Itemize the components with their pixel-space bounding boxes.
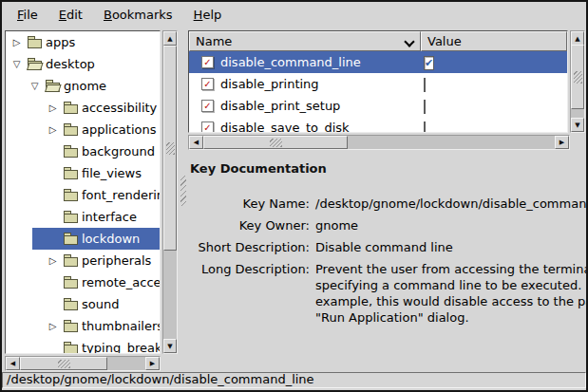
expander-collapsed-icon[interactable]: ▷ <box>46 97 60 119</box>
folder-closed-icon <box>64 126 78 136</box>
status-path: /desktop/gnome/lockdown/disable_command_… <box>7 372 314 386</box>
key-row-disable-save-to-disk[interactable]: disable_save_to_disk <box>189 117 567 133</box>
expander-collapsed-icon[interactable]: ▷ <box>46 119 60 140</box>
tree-item-gnome[interactable]: ▽ gnome <box>6 75 160 97</box>
column-header-value[interactable]: Value <box>421 31 567 51</box>
arrow-left-icon: ◀ <box>194 139 199 146</box>
key-document-check-icon <box>201 56 214 68</box>
field-label-short-description: Short Description: <box>190 239 310 255</box>
tree-item-sound[interactable]: sound <box>6 293 160 315</box>
pane-grip-icon[interactable] <box>180 176 186 206</box>
arrow-up-icon: ▲ <box>575 35 579 43</box>
scroll-left-button[interactable]: ◀ <box>189 136 203 149</box>
key-row-disable-printing[interactable]: disable_printing <box>189 73 567 95</box>
scrollbar-thumb[interactable] <box>571 45 584 109</box>
menu-bookmarks[interactable]: Bookmarks <box>93 5 183 25</box>
arrow-right-icon: ▶ <box>150 360 155 367</box>
scroll-up-button[interactable]: ▲ <box>163 31 177 46</box>
gconf-editor-window: File Edit Bookmarks Help ▷ apps ▽ deskto… <box>0 0 588 392</box>
field-value-key-owner: gnome <box>315 217 588 233</box>
arrow-up-icon: ▲ <box>167 35 172 43</box>
key-row-disable-command-line-selected[interactable]: disable_command_line ✔ <box>189 51 567 73</box>
folder-closed-icon <box>64 104 78 114</box>
menu-edit[interactable]: Edit <box>48 5 93 25</box>
value-checkbox-unchecked[interactable] <box>424 78 426 92</box>
scroll-down-button[interactable]: ▼ <box>571 118 584 132</box>
tree-item-remote-access[interactable]: remote_access <box>6 271 160 293</box>
field-value-key-name: /desktop/gnome/lockdown/disable_command_… <box>315 196 588 212</box>
tree-item-applications[interactable]: ▷ applications <box>6 119 160 140</box>
expander-collapsed-icon[interactable]: ▷ <box>46 315 60 337</box>
tree-item-apps[interactable]: ▷ apps <box>6 31 160 53</box>
tree-item-label: typing_break <box>82 341 161 354</box>
value-checkbox-checked[interactable]: ✔ <box>424 56 434 70</box>
tree-item-font-rendering[interactable]: font_rendering <box>6 184 160 206</box>
arrow-left-icon: ◀ <box>10 360 15 367</box>
tree-item-label: remote_access <box>82 275 161 289</box>
folder-closed-icon <box>64 235 78 245</box>
folder-closed-icon <box>64 301 78 310</box>
scrollbar-thumb[interactable] <box>203 136 348 149</box>
grip-icon <box>166 142 175 155</box>
tree-item-file-views[interactable]: file_views <box>6 162 160 184</box>
value-checkbox-unchecked[interactable] <box>424 100 426 114</box>
tree-item-interface[interactable]: interface <box>6 206 160 228</box>
folder-closed-icon <box>64 214 78 223</box>
tree-item-lockdown-selected[interactable]: lockdown <box>6 228 160 250</box>
sort-chevron-down-icon <box>405 37 414 47</box>
tree-pane: ▷ apps ▽ desktop ▽ gnome ▷ accessibility… <box>5 28 179 371</box>
key-document-check-icon <box>201 100 214 112</box>
tree-item-thumbnailers[interactable]: ▷ thumbnailers <box>6 315 160 337</box>
value-checkbox-unchecked[interactable] <box>424 121 426 133</box>
folder-closed-icon <box>64 345 78 354</box>
scrollbar-thumb[interactable] <box>163 46 177 251</box>
scroll-right-button[interactable]: ▶ <box>145 357 160 370</box>
field-value-long-description: Prevent the user from accessing the term… <box>315 261 588 326</box>
table-horizontal-scrollbar[interactable]: ◀ ▶ <box>188 135 570 150</box>
tree-item-label: sound <box>82 297 119 311</box>
grip-icon <box>574 71 582 84</box>
key-name: disable_print_setup <box>220 99 340 113</box>
key-pane: Name Value disable_command_line ✔ disabl… <box>188 28 586 371</box>
key-documentation-heading: Key Documentation <box>190 161 585 176</box>
arrow-down-icon: ▼ <box>575 121 579 129</box>
scroll-up-button[interactable]: ▲ <box>571 31 584 46</box>
tree-item-label: thumbnailers <box>82 319 161 333</box>
menubar: File Edit Bookmarks Help <box>2 2 586 27</box>
key-row-disable-print-setup[interactable]: disable_print_setup <box>189 95 567 117</box>
field-label-key-owner: Key Owner: <box>190 217 310 233</box>
tree-item-label: desktop <box>46 57 95 71</box>
expander-expanded-icon[interactable]: ▽ <box>28 75 42 97</box>
key-name: disable_printing <box>220 77 319 91</box>
expander-collapsed-icon[interactable]: ▷ <box>46 250 60 271</box>
column-header-name[interactable]: Name <box>189 31 421 51</box>
folder-closed-icon <box>64 323 78 332</box>
tree-vertical-scrollbar[interactable]: ▲ ▼ <box>162 30 178 354</box>
tree-item-label: apps <box>46 35 75 49</box>
grip-icon <box>58 360 70 368</box>
pane-divider[interactable] <box>179 28 188 371</box>
expander-collapsed-icon[interactable]: ▷ <box>9 31 24 53</box>
tree-item-desktop[interactable]: ▽ desktop <box>6 53 160 75</box>
tree-view: ▷ apps ▽ desktop ▽ gnome ▷ accessibility… <box>5 30 161 354</box>
menu-help[interactable]: Help <box>183 5 233 25</box>
key-name: disable_command_line <box>220 55 361 69</box>
tree-horizontal-scrollbar[interactable]: ◀ ▶ <box>5 356 161 371</box>
table-header: Name Value <box>189 31 567 51</box>
column-label: Name <box>196 34 232 48</box>
menu-file[interactable]: File <box>7 5 48 25</box>
expander-expanded-icon[interactable]: ▽ <box>9 53 24 75</box>
tree-item-accessibility[interactable]: ▷ accessibility <box>6 97 160 119</box>
scroll-right-button[interactable]: ▶ <box>555 136 569 149</box>
column-label: Value <box>427 34 462 48</box>
folder-closed-icon <box>64 257 78 267</box>
folder-closed-icon <box>64 192 78 201</box>
tree-item-peripherals[interactable]: ▷ peripherals <box>6 250 160 271</box>
scrollbar-thumb[interactable] <box>20 357 107 370</box>
tree-item-label: lockdown <box>82 232 140 246</box>
tree-item-background[interactable]: background <box>6 140 160 162</box>
tree-item-typing-break[interactable]: typing_break <box>6 337 160 354</box>
scroll-down-button[interactable]: ▼ <box>163 339 177 353</box>
table-vertical-scrollbar[interactable]: ▲ ▼ <box>570 30 585 133</box>
scroll-left-button[interactable]: ◀ <box>6 357 20 370</box>
